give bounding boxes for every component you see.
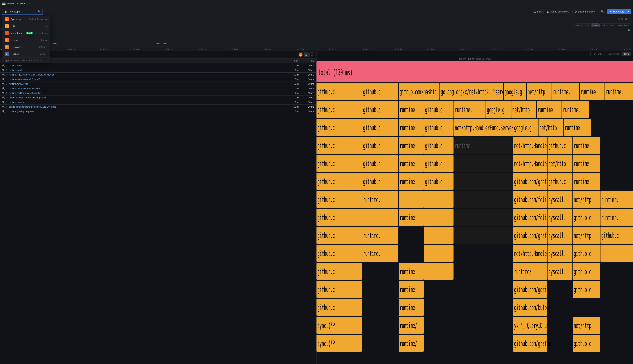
svg-text:github.c: github.c — [318, 285, 335, 294]
run-query-button[interactable]: ↻ Run query — [607, 9, 627, 14]
row-symbol-7[interactable]: runtime.(*stkframe).getStackMap — [9, 92, 281, 94]
expand-row-icon[interactable]: ⟳ — [6, 106, 8, 108]
flame-container[interactable]: total (130 ms) github.c github.c github.… — [316, 61, 633, 364]
chevron-down-icon: ▾ — [628, 10, 629, 13]
row-symbol-11[interactable]: runtime.(*waitq).dequeue — [9, 110, 281, 113]
flame-graph-btn[interactable]: Flame Graph — [604, 52, 621, 56]
svg-text:runtime.: runtime. — [400, 267, 417, 276]
advanced-picker-link[interactable]: Open advanced data source picker → — [3, 58, 50, 63]
ds-loki-name: Loki — [11, 25, 42, 28]
search-row-icon[interactable]: 🔍 — [2, 101, 5, 104]
datasource-picker[interactable]: 🔥 Pyroscope 🔍 🔥 Pyroscope Grafana Pyrosc… — [2, 9, 43, 14]
copy-icon[interactable]: ⎘ — [618, 18, 620, 20]
expand-row-icon[interactable]: ⟳ — [6, 101, 8, 104]
time-range-label: Last 5 minutes — [578, 10, 593, 13]
svg-text:github.c: github.c — [425, 159, 442, 168]
svg-text:github.c: github.c — [425, 141, 442, 150]
search-row-icon[interactable]: 🔍 — [2, 106, 5, 108]
row-total-8: 10 ms — [299, 96, 314, 99]
hamburger-menu[interactable] — [2, 2, 6, 5]
svg-text:syscall.: syscall. — [548, 249, 566, 258]
row-symbol-3[interactable]: runtime.(*gcControllerState).heapGoalInt… — [9, 74, 281, 76]
ds-grafana-name: -- Grafana -- — [11, 46, 34, 48]
svg-text:runtime.: runtime. — [601, 213, 619, 222]
self-column-header[interactable]: Self ↓ — [281, 60, 299, 62]
expand-row-icon[interactable]: ⟳ — [6, 110, 8, 113]
tempo-icon: ⚡ — [5, 38, 9, 42]
ds-item-mixed[interactable]: ⊕ -- Mixed -- -- Mixed -- — [3, 50, 50, 58]
search-row-icon[interactable]: 🔍 — [2, 110, 5, 113]
search-row-icon[interactable]: 🔍 — [2, 87, 5, 90]
row-symbol-9[interactable]: runtime.pcvalue — [9, 101, 281, 104]
row-symbol-6[interactable]: runtime.memclrNoHeapPointers — [9, 87, 281, 90]
ds-item-tempo[interactable]: ⚡ Tempo Tempo — [3, 37, 50, 44]
table-body: 🔍 ⟳ runtime.write1 10 ms 10 ms 🔍 ⟳ runti… — [0, 64, 316, 364]
svg-text:syscall.: syscall. — [548, 231, 566, 240]
delete-icon[interactable]: 🗑 — [624, 18, 627, 20]
expand-row-icon[interactable]: ⟳ — [6, 92, 8, 94]
datasource-picker-input[interactable]: 🔥 Pyroscope 🔍 — [2, 9, 43, 14]
svg-text:≡: ≡ — [6, 25, 7, 27]
grid-view-icon[interactable]: ⊞ — [309, 52, 314, 57]
row-self-10: 10 ms — [281, 106, 299, 108]
search-row-icon[interactable]: 🔍 — [2, 69, 5, 72]
ds-pyroscope-name: Pyroscope — [11, 18, 27, 20]
run-query-dropdown-button[interactable]: ▾ — [627, 9, 631, 14]
expand-row-icon[interactable]: ⟳ — [6, 64, 8, 67]
expand-row-icon[interactable]: ⟳ — [6, 83, 8, 85]
query-bar: 🔥 Pyroscope 🔍 🔥 Pyroscope Grafana Pyrosc… — [0, 7, 633, 16]
top-table-btn[interactable]: Top Table — [590, 52, 604, 56]
split-button[interactable]: ⊟ Split — [532, 9, 544, 14]
row-self-11: 10 ms — [281, 110, 299, 113]
svg-text:net/http: net/http — [528, 87, 545, 96]
dashboard-icon: ⊞ — [547, 10, 549, 13]
expand-row-icon[interactable]: ⟳ — [6, 69, 8, 72]
svg-text:runtime.: runtime. — [400, 285, 417, 294]
row-symbol-4[interactable]: runtime/internal/syscall.Syscall6 — [9, 78, 281, 81]
svg-text:runtime.: runtime. — [574, 177, 591, 186]
row-symbol-8[interactable]: github.com/gorilla/mux.(*Route).Match — [9, 96, 281, 99]
time-range-button[interactable]: ⏱ Last 5 minutes ▾ — [572, 9, 597, 14]
svg-text:github.c: github.c — [318, 267, 335, 276]
ds-item-prometheus[interactable]: ⬡ prometheus default Prometheus — [3, 30, 50, 37]
mixed-icon: ⊕ — [5, 52, 9, 56]
row-symbol-5[interactable]: runtime.runGCProg — [9, 83, 281, 85]
row-symbol-2[interactable]: runtime.lock2 — [9, 69, 281, 72]
row-total-4: 10 ms — [299, 78, 314, 81]
more-icon[interactable]: ⋮ — [628, 18, 631, 20]
row-symbol-1[interactable]: runtime.write1 — [9, 64, 281, 67]
breadcrumb-sep: › — [15, 2, 16, 5]
add-to-dashboard-button[interactable]: ⊞ Add to dashboard — [545, 9, 571, 14]
ds-item-pyroscope[interactable]: 🔥 Pyroscope Grafana Pyroscope — [3, 16, 50, 23]
expand-row-icon[interactable]: ⟳ — [6, 78, 8, 81]
search-row-icon[interactable]: 🔍 — [2, 96, 5, 99]
svg-text:sync.(*P: sync.(*P — [318, 321, 335, 330]
svg-rect-162 — [424, 263, 454, 280]
expand-row-icon[interactable]: ⟳ — [6, 74, 8, 76]
search-row-icon[interactable]: 🔍 — [2, 64, 5, 67]
svg-text:github.c: github.c — [318, 231, 335, 240]
zoom-out-button[interactable]: 🔍 — [599, 9, 606, 14]
svg-text:github.com/grafan: github.com/grafan — [514, 231, 551, 240]
table-row: 🔍 ⟳ runtime.write1 10 ms 10 ms — [0, 64, 316, 68]
share-icon[interactable]: ⤴ — [28, 2, 31, 6]
search-row-icon[interactable]: 🔍 — [2, 74, 5, 76]
svg-text:total (130 ms): total (130 ms) — [318, 68, 353, 78]
expand-row-icon[interactable]: ⟳ — [6, 96, 8, 99]
list-view-icon[interactable]: ☰ — [304, 52, 308, 57]
ds-item-grafana[interactable]: G -- Grafana -- -- Grafana -- — [3, 44, 50, 50]
svg-text:github.c: github.c — [574, 249, 591, 258]
svg-text:github.c: github.c — [363, 105, 381, 114]
home-link[interactable]: Home — [7, 2, 14, 5]
search-row-icon[interactable]: 🔍 — [2, 92, 5, 94]
row-symbol-10[interactable]: github.com/hashicorp/memberlist.labelOve… — [9, 106, 281, 108]
flame-circle-icon[interactable]: 🔥 — [298, 52, 303, 57]
search-row-icon[interactable]: 🔍 — [2, 78, 5, 81]
ds-item-loki[interactable]: ≡ Loki Loki — [3, 23, 50, 30]
search-row-icon[interactable]: 🔍 — [2, 83, 5, 85]
expand-row-icon[interactable]: ⟳ — [6, 87, 8, 90]
toolbar-right: ⊟ Split ⊞ Add to dashboard ⏱ Last 5 minu… — [532, 9, 631, 14]
eye-icon[interactable]: 👁 — [621, 18, 623, 20]
both-btn[interactable]: Both — [622, 52, 631, 56]
svg-rect-80 — [454, 155, 513, 172]
